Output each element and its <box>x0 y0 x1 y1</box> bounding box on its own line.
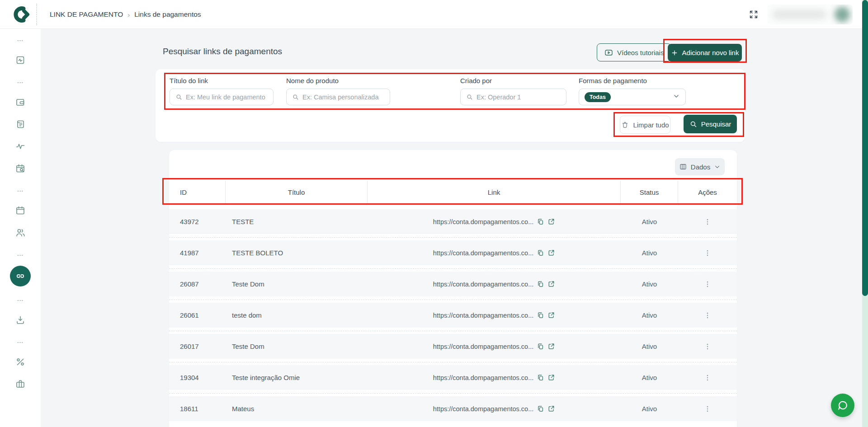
sidebar-ellipsis-3: ... <box>0 179 41 199</box>
row-actions-kebab-icon[interactable] <box>703 249 712 257</box>
link-url: https://conta.dompagamentos.co... <box>433 312 533 319</box>
search-icon <box>292 94 299 100</box>
link-url: https://conta.dompagamentos.co... <box>433 281 533 288</box>
cell-id: 41987 <box>169 249 226 257</box>
copy-icon[interactable] <box>537 218 544 225</box>
dados-columns-button[interactable]: Dados <box>675 158 725 175</box>
link-url: https://conta.dompagamentos.co... <box>433 405 533 413</box>
page-title: Pesquisar links de pagamentos <box>163 47 282 56</box>
sidebar-item-calendar[interactable] <box>0 199 41 221</box>
row-actions-kebab-icon[interactable] <box>703 343 712 351</box>
sidebar-item-percent[interactable] <box>0 351 41 373</box>
filter-input-titulo[interactable] <box>186 94 268 101</box>
link-url: https://conta.dompagamentos.co... <box>433 218 533 225</box>
sidebar-item-briefcase[interactable] <box>0 373 41 395</box>
row-actions-kebab-icon[interactable] <box>703 311 712 319</box>
table-row-26017: 26017 Teste Dom https://conta.dompagamen… <box>169 334 737 359</box>
cell-acoes <box>678 374 737 382</box>
table-row-18611: 18611 Mateus https://conta.dompagamentos… <box>169 396 737 421</box>
cell-acoes <box>678 405 737 413</box>
fullscreen-icon[interactable] <box>749 9 759 19</box>
active-item-circle <box>10 266 31 286</box>
videos-tutoriais-button[interactable]: Vídeos tutoriais <box>597 43 671 61</box>
add-new-link-button[interactable]: Adicionar novo link <box>668 44 742 61</box>
search-icon <box>689 120 697 128</box>
cell-titulo: TESTE <box>226 218 368 225</box>
chat-fab[interactable] <box>831 394 854 417</box>
breadcrumb-section[interactable]: LINK DE PAGAMENTO <box>50 10 123 19</box>
copy-icon[interactable] <box>537 311 544 319</box>
filter-label-criado-por: Criado por <box>460 77 566 84</box>
cell-titulo: TESTE BOLETO <box>226 249 368 257</box>
results-panel: Dados ID Título Link Status Ações 43972 … <box>169 150 737 427</box>
sidebar-item-calendar-search[interactable] <box>0 157 41 179</box>
cell-id: 18611 <box>169 405 226 413</box>
row-actions-kebab-icon[interactable] <box>703 280 712 288</box>
breadcrumb-page[interactable]: Links de pagamentos <box>134 10 201 19</box>
cell-id: 19304 <box>169 374 226 381</box>
payment-methods-select[interactable]: Todas <box>579 89 686 105</box>
external-link-icon[interactable] <box>547 343 555 350</box>
external-link-icon[interactable] <box>547 311 555 319</box>
table-row-41987: 41987 TESTE BOLETO https://conta.dompaga… <box>169 240 737 265</box>
sidebar-item-receipt[interactable] <box>0 113 41 135</box>
copy-icon[interactable] <box>537 343 544 350</box>
filter-label-formas-pagamento: Formas de pagamento <box>579 77 686 84</box>
row-actions-kebab-icon[interactable] <box>703 405 712 413</box>
table-row-19304: 19304 Teste integração Omie https://cont… <box>169 365 737 390</box>
column-header-status: Status <box>621 181 678 203</box>
search-icon <box>466 94 473 100</box>
user-profile-blurred[interactable] <box>768 5 853 24</box>
sidebar-item-monitor[interactable] <box>0 49 41 71</box>
external-link-icon[interactable] <box>547 374 555 381</box>
cell-acoes <box>678 343 737 351</box>
columns-icon <box>679 163 687 171</box>
external-link-icon[interactable] <box>547 280 555 288</box>
scrollbar <box>862 0 868 427</box>
copy-icon[interactable] <box>537 374 544 381</box>
plus-icon <box>671 49 678 56</box>
cell-id: 26017 <box>169 343 226 350</box>
scrollbar-thumb[interactable] <box>862 0 868 296</box>
cell-id: 43972 <box>169 218 226 225</box>
copy-icon[interactable] <box>537 280 544 288</box>
column-header-acoes: Ações <box>678 181 737 203</box>
sidebar-ellipsis-4: ... <box>0 244 41 263</box>
status-label: Ativo <box>621 280 678 288</box>
sidebar-item-payment-link[interactable] <box>0 263 41 289</box>
sidebar-item-activity[interactable] <box>0 135 41 157</box>
cell-titulo: teste dom <box>226 311 368 319</box>
filter-input-criado-por[interactable] <box>476 94 561 101</box>
profile-blur <box>768 5 853 24</box>
sidebar-item-download[interactable] <box>0 309 41 331</box>
external-link-icon[interactable] <box>547 249 555 257</box>
cell-acoes <box>678 218 737 226</box>
copy-icon[interactable] <box>537 405 544 413</box>
row-actions-kebab-icon[interactable] <box>703 218 712 226</box>
external-link-icon[interactable] <box>547 405 555 413</box>
cell-titulo: Teste Dom <box>226 343 368 350</box>
status-label: Ativo <box>621 405 678 413</box>
sidebar-ellipsis-6: ... <box>0 331 41 351</box>
status-label: Ativo <box>621 374 678 381</box>
filter-input-produto[interactable] <box>302 94 384 101</box>
cell-id: 26087 <box>169 280 226 288</box>
cell-acoes <box>678 311 737 319</box>
sidebar-item-users[interactable] <box>0 221 41 244</box>
link-url: https://conta.dompagamentos.co... <box>433 249 533 257</box>
cell-link: https://conta.dompagamentos.co... <box>368 405 621 413</box>
clear-all-button[interactable]: Limpar tudo <box>620 116 670 134</box>
app-logo-icon[interactable] <box>14 5 32 23</box>
column-header-link: Link <box>368 181 621 203</box>
status-label: Ativo <box>621 311 678 319</box>
table-row-26087: 26087 Teste Dom https://conta.dompagamen… <box>169 272 737 296</box>
row-actions-kebab-icon[interactable] <box>703 374 712 382</box>
column-header-titulo: Título <box>226 181 368 203</box>
table-row-43972: 43972 TESTE https://conta.dompagamentos.… <box>169 209 737 234</box>
sidebar-item-wallet[interactable] <box>0 91 41 113</box>
chevron-down-icon <box>673 93 680 102</box>
search-button[interactable]: Pesquisar <box>684 115 737 133</box>
breadcrumb: LINK DE PAGAMENTO › Links de pagamentos <box>50 0 201 29</box>
copy-icon[interactable] <box>537 249 544 257</box>
external-link-icon[interactable] <box>547 218 555 225</box>
